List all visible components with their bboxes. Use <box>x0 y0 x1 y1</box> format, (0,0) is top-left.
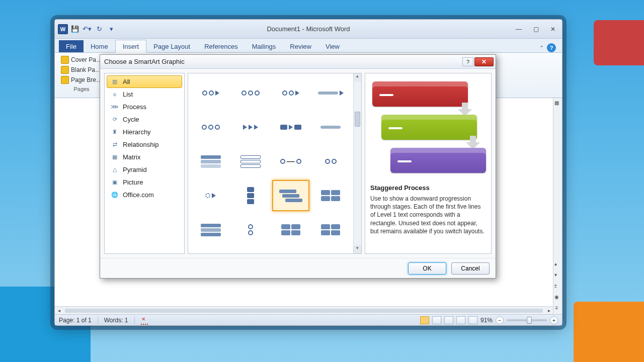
dialog-close-button[interactable]: ✕ <box>474 57 494 66</box>
gallery-item[interactable] <box>272 214 309 245</box>
gallery-item[interactable] <box>272 77 309 109</box>
gallery-item[interactable] <box>272 112 309 143</box>
browse-object-icon[interactable]: ◉ <box>554 294 561 301</box>
page-break-button[interactable]: Page Bre… <box>59 75 104 85</box>
scroll-left-icon[interactable]: ◂ <box>55 308 63 313</box>
gallery-item[interactable] <box>272 248 309 254</box>
gallery-item[interactable] <box>192 180 229 211</box>
hscroll-thumb[interactable] <box>65 309 543 313</box>
gallery-item[interactable] <box>192 214 229 245</box>
tab-page-layout[interactable]: Page Layout <box>146 40 197 52</box>
next-page-icon[interactable]: ∓ <box>554 305 561 312</box>
qat-customize-icon[interactable]: ▾ <box>106 24 116 34</box>
ok-button[interactable]: OK <box>408 262 446 275</box>
category-all[interactable]: ▥All <box>107 75 182 88</box>
scroll-track[interactable] <box>354 81 361 245</box>
label: Blank Pa… <box>71 66 101 73</box>
separator <box>98 317 98 324</box>
scroll-down-icon[interactable]: ▾ <box>554 272 561 279</box>
cancel-button[interactable]: Cancel <box>451 262 490 275</box>
scroll-down-icon[interactable]: ▾ <box>354 245 361 253</box>
scroll-thumb[interactable] <box>355 112 360 127</box>
label: Process <box>123 103 146 111</box>
scroll-up-icon[interactable]: ▴ <box>354 73 361 81</box>
tab-home[interactable]: Home <box>84 40 115 52</box>
category-relationship[interactable]: ⇄Relationship <box>107 138 182 151</box>
gallery-item[interactable] <box>312 248 350 254</box>
status-words[interactable]: Words: 1 <box>104 317 128 324</box>
zoom-in-button[interactable]: + <box>550 316 558 324</box>
tab-references[interactable]: References <box>197 40 245 52</box>
dialog-help-button[interactable]: ? <box>462 57 473 66</box>
collapse-ribbon-icon[interactable]: ⌃ <box>539 45 544 51</box>
category-process[interactable]: ⋙Process <box>107 101 182 113</box>
category-officecom[interactable]: 🌐Office.com <box>107 189 182 201</box>
print-layout-view-button[interactable] <box>420 316 429 324</box>
gallery-item[interactable] <box>192 112 229 143</box>
category-pyramid[interactable]: △Pyramid <box>107 163 182 176</box>
tab-file[interactable]: File <box>59 40 84 52</box>
preview-title: Staggered Process <box>370 184 486 192</box>
gallery-item[interactable] <box>312 214 350 245</box>
label: List <box>123 90 133 98</box>
gallery-item-staggered-process[interactable] <box>272 180 309 211</box>
spell-check-icon[interactable] <box>141 317 148 324</box>
cover-page-icon <box>61 56 69 64</box>
gallery-item[interactable]: — <box>272 146 309 177</box>
gallery-item[interactable] <box>232 146 270 177</box>
minimize-button[interactable]: — <box>513 25 525 33</box>
gallery-item[interactable] <box>312 112 350 143</box>
zoom-slider[interactable] <box>507 319 547 321</box>
status-page[interactable]: Page: 1 of 1 <box>59 317 92 324</box>
draft-view-button[interactable] <box>468 316 477 324</box>
label: Hierarchy <box>123 128 151 136</box>
label: Cycle <box>123 116 139 123</box>
zoom-percent[interactable]: 91% <box>480 317 493 324</box>
undo-icon[interactable]: ↶▾ <box>82 24 92 34</box>
gallery-item[interactable] <box>192 146 229 177</box>
gallery-item[interactable] <box>232 112 270 143</box>
redo-icon[interactable]: ↻ <box>94 24 104 34</box>
gallery-item[interactable] <box>232 214 270 245</box>
tab-insert[interactable]: Insert <box>115 40 147 53</box>
tab-mailings[interactable]: Mailings <box>245 40 283 52</box>
zoom-out-button[interactable]: − <box>496 316 504 324</box>
dialog-title-bar[interactable]: Choose a SmartArt Graphic ? ✕ <box>100 55 496 69</box>
category-list[interactable]: ≡List <box>107 88 182 101</box>
label: Office.com <box>123 191 154 199</box>
scroll-right-icon[interactable]: ▸ <box>545 308 553 313</box>
ruler-toggle-icon[interactable]: ▦ <box>554 100 561 107</box>
preview-box-green <box>381 115 477 140</box>
horizontal-scrollbar[interactable]: ◂ ▸ <box>55 306 553 314</box>
category-cycle[interactable]: ⟳Cycle <box>107 113 182 126</box>
full-screen-view-button[interactable] <box>432 316 441 324</box>
gallery-item[interactable] <box>192 77 229 109</box>
tab-view[interactable]: View <box>318 40 347 52</box>
scroll-up-icon[interactable]: ▴ <box>554 261 561 268</box>
help-icon[interactable]: ? <box>547 43 556 52</box>
gallery-scrollbar[interactable]: ▴ ▾ <box>353 73 361 253</box>
prev-page-icon[interactable]: ± <box>554 283 561 290</box>
close-window-button[interactable]: ✕ <box>547 25 559 33</box>
vertical-scrollbar[interactable]: ▦ ▴ ▾ ± ◉ ∓ <box>553 98 562 314</box>
zoom-thumb[interactable] <box>527 317 532 324</box>
gallery-item[interactable] <box>232 77 270 109</box>
web-layout-view-button[interactable] <box>444 316 453 324</box>
gallery-item[interactable] <box>312 180 350 211</box>
gallery-item[interactable] <box>312 77 350 109</box>
category-hierarchy[interactable]: ♜Hierarchy <box>107 126 182 138</box>
gallery-item[interactable] <box>312 146 350 177</box>
save-icon[interactable]: 💾 <box>70 24 80 34</box>
cover-page-button[interactable]: Cover Pa… <box>59 55 104 65</box>
category-picture[interactable]: ▣Picture <box>107 176 182 189</box>
globe-icon: 🌐 <box>111 192 119 199</box>
tab-review[interactable]: Review <box>283 40 318 52</box>
preview-graphic <box>370 78 486 179</box>
category-matrix[interactable]: ▦Matrix <box>107 151 182 163</box>
gallery-item[interactable] <box>192 248 229 254</box>
maximize-button[interactable]: ▢ <box>530 25 542 33</box>
gallery-item[interactable] <box>232 248 270 254</box>
gallery-item[interactable] <box>232 180 270 211</box>
blank-page-button[interactable]: Blank Pa… <box>59 65 104 75</box>
outline-view-button[interactable] <box>456 316 465 324</box>
